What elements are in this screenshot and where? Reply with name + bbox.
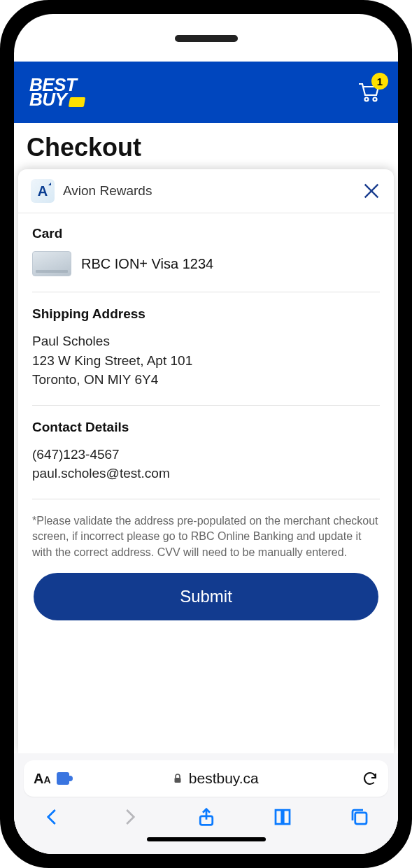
- extension-icon[interactable]: [57, 772, 69, 785]
- divider: [32, 405, 380, 406]
- store-header: BEST BUY 1: [14, 62, 398, 123]
- svg-rect-4: [174, 778, 180, 783]
- shipping-line-1: 123 W King Street, Apt 101: [32, 351, 380, 371]
- sheet-body: Card RBC ION+ Visa 1234 Shipping Address…: [18, 213, 394, 753]
- page-title: Checkout: [14, 123, 398, 169]
- credit-card-icon: [32, 251, 71, 276]
- svg-point-0: [365, 98, 369, 101]
- url-display: bestbuy.ca: [69, 770, 362, 787]
- shipping-section-label: Shipping Address: [32, 306, 380, 322]
- forward-icon: [119, 806, 140, 827]
- bookmarks-icon[interactable]: [272, 806, 293, 827]
- contact-phone: (647)123-4567: [32, 445, 380, 464]
- phone-inner: BEST BUY 1 Checkout: [14, 14, 398, 854]
- contact-email: paul.scholes@test.com: [32, 464, 380, 483]
- url-bar[interactable]: AA bestbuy.ca: [24, 760, 388, 797]
- safari-chrome: AA bestbuy.ca: [14, 753, 398, 854]
- card-section-label: Card: [32, 226, 380, 241]
- bestbuy-tag-icon: [69, 97, 85, 107]
- close-icon[interactable]: [362, 181, 381, 201]
- card-row[interactable]: RBC ION+ Visa 1234: [32, 251, 380, 276]
- contact-details: (647)123-4567 paul.scholes@test.com: [32, 445, 380, 483]
- shipping-name: Paul Scholes: [32, 332, 380, 351]
- disclaimer-text: *Please validate the address pre-populat…: [32, 513, 380, 560]
- svg-rect-6: [355, 813, 367, 824]
- phone-speaker: [175, 35, 238, 42]
- cart-button[interactable]: 1: [355, 77, 383, 108]
- divider: [32, 499, 380, 499]
- text-size-button[interactable]: AA: [34, 771, 51, 787]
- shipping-address: Paul Scholes 123 W King Street, Apt 101 …: [32, 332, 380, 390]
- contact-section-label: Contact Details: [32, 420, 380, 435]
- avion-app-icon: A: [31, 179, 55, 203]
- sheet-header: A Avion Rewards: [18, 169, 394, 213]
- logo-line-2: BUY: [29, 92, 66, 107]
- shipping-line-2: Toronto, ON MIY 6Y4: [32, 370, 380, 390]
- back-icon[interactable]: [42, 806, 63, 827]
- lock-icon: [172, 773, 183, 784]
- reload-icon[interactable]: [362, 770, 378, 787]
- phone-frame: BEST BUY 1 Checkout: [0, 0, 412, 868]
- svg-point-1: [374, 98, 377, 101]
- card-name: RBC ION+ Visa 1234: [81, 256, 213, 272]
- safari-toolbar: [24, 797, 388, 830]
- cart-badge: 1: [371, 73, 388, 90]
- screen: BEST BUY 1 Checkout: [14, 62, 398, 854]
- home-indicator[interactable]: [147, 837, 266, 841]
- tabs-icon[interactable]: [349, 806, 370, 827]
- divider: [32, 292, 380, 292]
- url-domain: bestbuy.ca: [189, 770, 259, 787]
- avion-rewards-sheet: A Avion Rewards Card RBC ION+ Visa 1234 …: [18, 169, 394, 753]
- sheet-title: Avion Rewards: [63, 183, 152, 199]
- submit-button[interactable]: Submit: [34, 573, 378, 620]
- bestbuy-logo[interactable]: BEST BUY: [29, 78, 85, 108]
- share-icon[interactable]: [196, 806, 217, 827]
